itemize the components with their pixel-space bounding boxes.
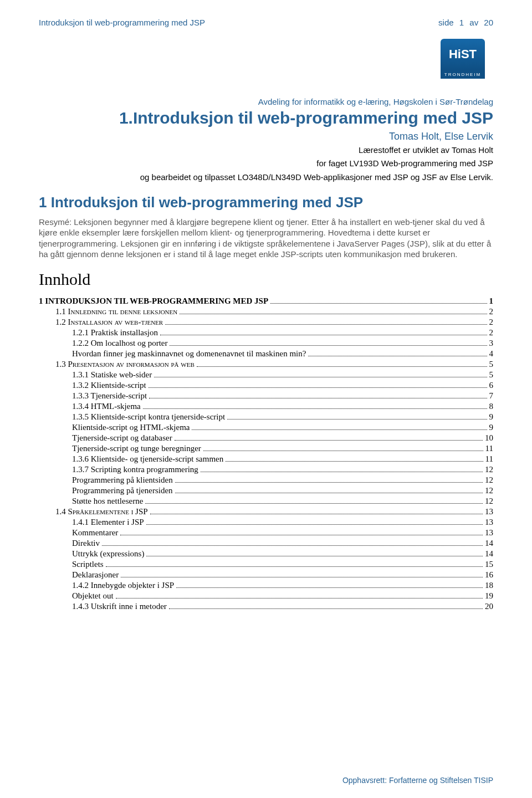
toc-page-number: 13 <box>485 507 493 516</box>
toc-page-number: 11 <box>485 444 493 453</box>
document-title: 1.Introduksjon til web-programmering med… <box>39 109 493 127</box>
toc-row: 1.3.5 Klientside-script kontra tjenersid… <box>39 412 493 422</box>
toc-label: Uttrykk (expressions) <box>72 549 144 559</box>
toc-page-number: 5 <box>489 370 494 380</box>
toc-label: 1.4 Språkelementene i JSP <box>55 507 148 516</box>
toc-leader-dots <box>154 377 487 377</box>
attribution-line-3: og bearbeidet og tilpasset LO348D/LN349D… <box>39 172 493 183</box>
toc-label: 1.4.1 Elementer i JSP <box>72 518 144 527</box>
attribution-line-1: Lærestoffet er utviklet av Tomas Holt <box>39 145 493 156</box>
toc-leader-dots <box>176 587 483 588</box>
toc-label: Programmering på tjenersiden <box>72 486 173 495</box>
toc-row: 1.4.3 Utskrift inne i metoder 20 <box>39 602 493 611</box>
toc-leader-dots <box>197 366 487 367</box>
toc-row: Støtte hos nettleserne 12 <box>39 497 493 506</box>
toc-row: 1.3.2 Klientside-script 6 <box>39 381 493 390</box>
header-title: Introduksjon til web-programmering med J… <box>39 18 205 27</box>
toc-label: 1.2 Installasjon av web-tjener <box>55 318 163 327</box>
toc-page-number: 9 <box>489 412 494 422</box>
toc-page-number: 20 <box>485 602 493 611</box>
resume-paragraph: Resymé: Leksjonen begynner med å klargjø… <box>39 217 493 260</box>
toc-label: 1.3.6 Klientside- og tjenerside-script s… <box>72 454 223 464</box>
toc-leader-dots <box>116 598 483 598</box>
toc-leader-dots <box>165 324 487 325</box>
attribution-line-2: for faget LV193D Web-programmering med J… <box>39 158 493 169</box>
toc-label: 1.3.5 Klientside-script kontra tjenersid… <box>72 412 225 422</box>
toc-page-number: 11 <box>485 454 493 464</box>
toc-label: 1.2.2 Om localhost og porter <box>72 339 167 348</box>
toc-page-number: 8 <box>489 402 494 411</box>
toc-page-number: 10 <box>485 433 493 443</box>
toc-row: 1 INTRODUKSJON TIL WEB-PROGRAMMERING MED… <box>39 296 493 306</box>
toc-leader-dots <box>180 314 487 314</box>
toc-row: Kommentarer 13 <box>39 528 493 538</box>
logo-text: HiST <box>441 39 485 70</box>
header-av-label: av <box>469 18 478 27</box>
toc-page-number: 5 <box>489 360 494 369</box>
toc-label: Objektet out <box>72 591 114 601</box>
toc-leader-dots <box>120 535 483 535</box>
toc-label: 1.3.4 HTML-skjema <box>72 402 141 411</box>
toc-label: Scriptlets <box>72 560 104 569</box>
toc-row: Deklarasjoner 16 <box>39 570 493 580</box>
toc-leader-dots <box>143 408 487 409</box>
toc-leader-dots <box>203 451 483 451</box>
toc-page-number: 2 <box>489 307 494 316</box>
toc-leader-dots <box>175 440 483 441</box>
toc-leader-dots <box>270 303 487 304</box>
toc-row: 1.4 Språkelementene i JSP 13 <box>39 507 493 516</box>
toc-label: Direktiv <box>72 539 100 548</box>
toc-row: 1.3.6 Klientside- og tjenerside-script s… <box>39 454 493 464</box>
toc-label: 1.3.3 Tjenerside-script <box>72 391 147 401</box>
hist-logo: HiST TRONDHEIM <box>432 34 493 84</box>
toc-row: Scriptlets 15 <box>39 560 493 569</box>
toc-row: 1.2.2 Om localhost og porter 3 <box>39 339 493 348</box>
toc-leader-dots <box>149 387 487 388</box>
toc-row: 1.1 Innledning til denne leksjonen 2 <box>39 307 493 316</box>
toc-label: 1 INTRODUKSJON TIL WEB-PROGRAMMERING MED… <box>39 296 268 306</box>
toc-page-number: 12 <box>485 475 493 485</box>
toc-row: Programmering på klientsiden 12 <box>39 475 493 485</box>
header-side-label: side <box>438 18 454 27</box>
toc-page-number: 7 <box>489 391 494 401</box>
toc-leader-dots <box>121 577 483 577</box>
toc-row: 1.3.4 HTML-skjema 8 <box>39 402 493 411</box>
header-pagination: side 1 av 20 <box>435 18 493 27</box>
toc-leader-dots <box>227 419 487 420</box>
header-page-current: 1 <box>459 18 464 27</box>
toc-label: 1.4.3 Utskrift inne i metoder <box>72 602 167 611</box>
toc-label: 1.3.2 Klientside-script <box>72 381 146 390</box>
toc-label: Kommentarer <box>72 528 118 538</box>
toc-page-number: 14 <box>485 539 493 548</box>
toc-label: 1.3.7 Scripting kontra programmering <box>72 465 198 474</box>
authors: Tomas Holt, Else Lervik <box>39 131 493 142</box>
toc-leader-dots <box>149 398 487 398</box>
toc-row: 1.2.1 Praktisk installasjon 2 <box>39 328 493 337</box>
section-heading: 1 Introduksjon til web-programmering med… <box>39 194 493 211</box>
toc-label: Klientside-script og HTML-skjema <box>72 423 190 432</box>
toc-leader-dots <box>145 503 483 504</box>
toc-leader-dots <box>160 335 487 335</box>
toc-page-number: 9 <box>489 423 494 432</box>
toc-leader-dots <box>146 556 483 556</box>
toc-page-number: 12 <box>485 465 493 474</box>
toc-page-number: 2 <box>489 328 494 337</box>
toc-row: Programmering på tjenersiden 12 <box>39 486 493 495</box>
toc-row: 1.2 Installasjon av web-tjener 2 <box>39 318 493 327</box>
toc-row: 1.3 Presentasjon av informasjon på web 5 <box>39 360 493 369</box>
page-header: Introduksjon til web-programmering med J… <box>39 18 493 27</box>
toc-page-number: 6 <box>489 381 494 390</box>
toc-label: 1.3 Presentasjon av informasjon på web <box>55 360 195 369</box>
toc-row: Tjenerside-script og databaser 10 <box>39 433 493 443</box>
toc-label: Tjenerside-script og tunge beregninger <box>72 444 201 453</box>
toc-label: Programmering på klientsiden <box>72 475 173 485</box>
toc-leader-dots <box>192 429 487 430</box>
header-page-total: 20 <box>484 18 493 27</box>
logo-container: HiST TRONDHEIM <box>39 34 493 84</box>
toc-heading: Innhold <box>39 270 493 289</box>
byline: Avdeling for informatikk og e-læring, Hø… <box>39 97 493 106</box>
toc-row: Uttrykk (expressions) 14 <box>39 549 493 559</box>
toc-row: 1.4.2 Innebygde objekter i JSP 18 <box>39 581 493 590</box>
toc-row: Hvordan finner jeg maskinnavnet og domen… <box>39 349 493 359</box>
toc-page-number: 14 <box>485 549 493 559</box>
